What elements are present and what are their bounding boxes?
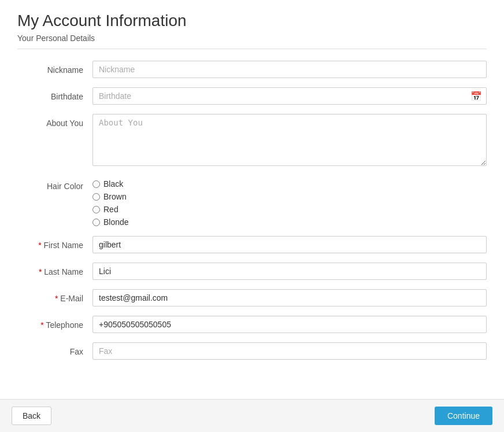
nickname-label: Nickname <box>17 61 92 75</box>
hair-color-brown-radio[interactable] <box>92 193 100 201</box>
page-title: My Account Information <box>17 12 487 30</box>
hair-color-red-radio[interactable] <box>92 206 100 213</box>
email-field <box>92 289 487 307</box>
calendar-icon[interactable]: 📅 <box>470 91 482 102</box>
hair-color-black-label: Black <box>103 179 123 189</box>
hair-color-red-label: Red <box>103 205 118 214</box>
fax-row: Fax <box>17 342 487 360</box>
hair-color-blonde-label: Blonde <box>103 217 129 227</box>
email-label: E-Mail <box>17 289 92 303</box>
back-button[interactable]: Back <box>12 407 51 425</box>
hair-color-blonde-radio[interactable] <box>92 219 100 226</box>
page-container: My Account Information Your Personal Det… <box>0 0 504 415</box>
first-name-label: First Name <box>17 236 92 250</box>
first-name-input[interactable] <box>92 236 487 253</box>
fax-field <box>92 342 487 360</box>
birthdate-label: Birthdate <box>17 87 92 101</box>
first-name-field <box>92 236 487 253</box>
about-you-label: About You <box>17 114 92 128</box>
footer-bar: Back Continue <box>0 399 504 432</box>
fax-label: Fax <box>17 342 92 356</box>
last-name-label: Last Name <box>17 263 92 276</box>
last-name-field <box>92 263 487 280</box>
hair-color-black-option[interactable]: Black <box>92 179 487 189</box>
hair-color-blonde-option[interactable]: Blonde <box>92 217 487 227</box>
fax-input[interactable] <box>92 342 487 360</box>
birthdate-field: 📅 <box>92 87 487 105</box>
nickname-row: Nickname <box>17 61 487 78</box>
hair-color-black-radio[interactable] <box>92 180 100 188</box>
hair-color-red-option[interactable]: Red <box>92 205 487 214</box>
telephone-input[interactable] <box>92 316 487 333</box>
nickname-input[interactable] <box>92 61 487 78</box>
hair-color-radio-group: Black Brown Red Blonde <box>92 177 487 227</box>
telephone-field <box>92 316 487 333</box>
about-you-row: About You <box>17 114 487 168</box>
hair-color-brown-option[interactable]: Brown <box>92 192 487 201</box>
email-row: E-Mail <box>17 289 487 307</box>
email-input[interactable] <box>92 289 487 307</box>
hair-color-row: Hair Color Black Brown Red Blonde <box>17 177 487 227</box>
birthdate-wrapper: 📅 <box>92 87 487 105</box>
continue-button[interactable]: Continue <box>435 407 492 425</box>
first-name-row: First Name <box>17 236 487 253</box>
birthdate-row: Birthdate 📅 <box>17 87 487 105</box>
hair-color-field: Black Brown Red Blonde <box>92 177 487 227</box>
birthdate-input[interactable] <box>92 87 487 105</box>
page-subtitle: Your Personal Details <box>17 34 487 49</box>
last-name-input[interactable] <box>92 263 487 280</box>
last-name-row: Last Name <box>17 263 487 280</box>
about-you-input[interactable] <box>92 114 487 166</box>
hair-color-label: Hair Color <box>17 177 92 191</box>
nickname-field <box>92 61 487 78</box>
telephone-label: Telephone <box>17 316 92 330</box>
about-you-field <box>92 114 487 168</box>
telephone-row: Telephone <box>17 316 487 333</box>
hair-color-brown-label: Brown <box>103 192 127 201</box>
